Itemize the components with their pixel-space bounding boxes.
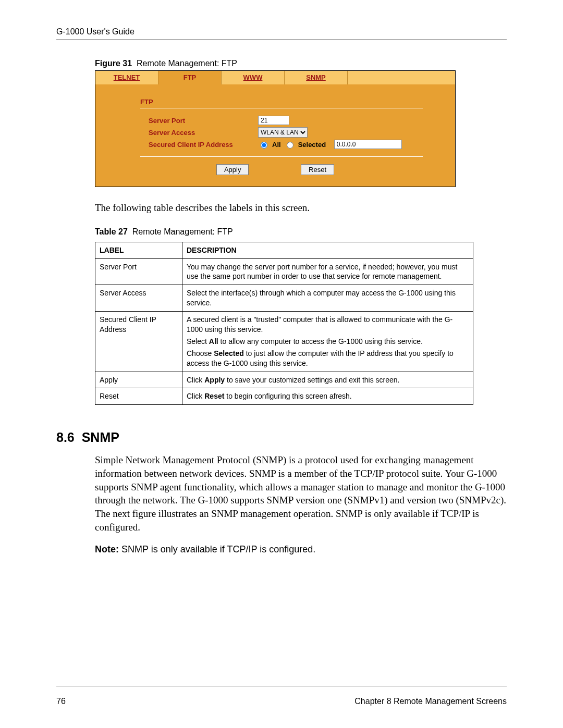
table-row: Server PortYou may change the server por… [95, 258, 473, 285]
cell-description: You may change the server port number fo… [182, 258, 473, 285]
table-row: Server AccessSelect the interface(s) thr… [95, 285, 473, 312]
table-row: ResetClick Reset to begin configuring th… [95, 388, 473, 405]
table-row: Secured Client IP AddressA secured clien… [95, 312, 473, 372]
table-title: Remote Management: FTP [132, 227, 233, 236]
intro-text: The following table describes the labels… [95, 202, 507, 215]
section-number: 8.6 [56, 430, 75, 445]
cell-label: Server Port [95, 258, 182, 285]
cell-label: Reset [95, 388, 182, 405]
chapter-title: Chapter 8 Remote Management Screens [354, 697, 507, 706]
cell-description: Click Reset to begin configuring this sc… [182, 388, 473, 405]
radio-selected-label: Selected [298, 141, 326, 149]
note-text: SNMP is only available if TCP/IP is conf… [121, 544, 315, 554]
server-port-input[interactable] [258, 116, 289, 125]
cell-label: Secured Client IP Address [95, 312, 182, 372]
figure-label: Figure 31 [95, 59, 132, 68]
section-heading: 8.6 SNMP [56, 430, 507, 445]
header-rule [56, 40, 507, 40]
server-port-label: Server Port [149, 117, 258, 125]
panel-divider-top [140, 108, 423, 108]
reset-button[interactable]: Reset [301, 164, 334, 175]
table-label: Table 27 [95, 227, 128, 236]
tab-www[interactable]: WWW [222, 71, 285, 84]
table-caption: Table 27 Remote Management: FTP [95, 227, 507, 237]
footer-rule [56, 686, 507, 686]
th-description: DESCRIPTION [182, 242, 473, 258]
figure-caption: Figure 31 Remote Management: FTP [95, 59, 507, 68]
page-header: G-1000 User's Guide [56, 27, 507, 36]
figure-title: Remote Management: FTP [137, 59, 237, 68]
section-body: Simple Network Management Protocol (SNMP… [95, 453, 507, 534]
page-number: 76 [56, 697, 66, 706]
th-label: LABEL [95, 242, 182, 258]
table-row: ApplyClick Apply to save your customized… [95, 372, 473, 388]
secured-ip-label: Secured Client IP Address [149, 141, 258, 149]
cell-description: Select the interface(s) through which a … [182, 285, 473, 312]
panel-section-title: FTP [140, 98, 444, 106]
cell-description: A secured client is a "trusted" computer… [182, 312, 473, 372]
tab-telnet[interactable]: TELNET [95, 71, 158, 84]
secured-ip-input[interactable] [334, 140, 402, 149]
cell-description: Click Apply to save your customized sett… [182, 372, 473, 388]
radio-all-label: All [272, 141, 281, 149]
apply-button[interactable]: Apply [216, 164, 249, 175]
cell-label: Server Access [95, 285, 182, 312]
note: Note: SNMP is only available if TCP/IP i… [95, 544, 507, 555]
server-access-select[interactable]: WLAN & LAN [258, 127, 308, 138]
cell-label: Apply [95, 372, 182, 388]
server-access-label: Server Access [149, 129, 258, 137]
radio-all[interactable] [261, 142, 267, 149]
tab-snmp[interactable]: SNMP [285, 71, 348, 84]
tabs: TELNET FTP WWW SNMP [95, 71, 455, 84]
note-label: Note: [95, 544, 119, 554]
tab-spacer [348, 71, 455, 84]
tab-ftp[interactable]: FTP [158, 71, 222, 84]
config-panel: TELNET FTP WWW SNMP FTP Server Port Serv… [95, 70, 456, 187]
radio-selected[interactable] [287, 142, 293, 149]
description-table: LABEL DESCRIPTION Server PortYou may cha… [95, 242, 473, 405]
section-title: SNMP [82, 430, 119, 445]
